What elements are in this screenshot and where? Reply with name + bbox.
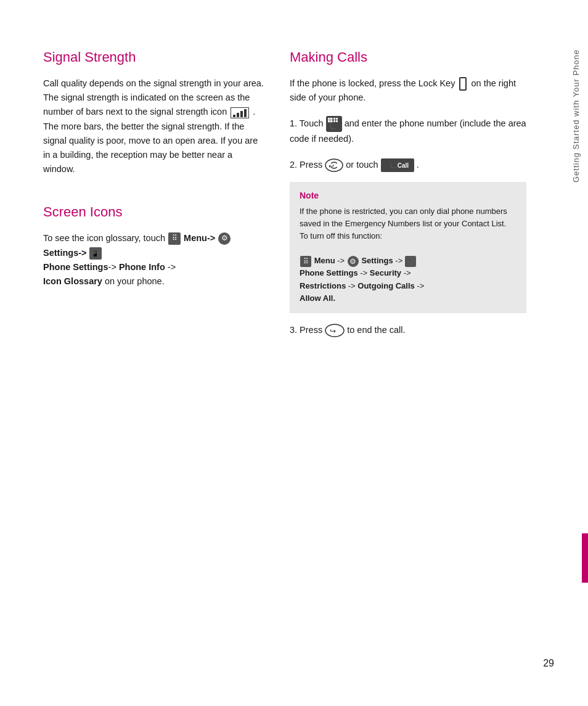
send-icon: ↩ [325,158,343,172]
svg-rect-4 [328,118,330,120]
settings-label: Settings-> [43,248,87,258]
svg-text:📱: 📱 [91,250,99,258]
svg-text:↩: ↩ [329,162,334,170]
sidebar-accent [582,533,588,583]
svg-rect-10 [333,120,335,122]
settings-icon [218,232,231,245]
step2: 2. Press ↩ or touch [290,158,526,172]
screen-icons-title: Screen Icons [43,204,265,220]
icon-glossary-label: Icon Glossary [43,276,102,286]
sidebar-label: Getting Started with Your Phone [571,49,581,183]
note-menu-icon [300,256,311,267]
screen-icons-text-end: on your phone. [105,276,165,286]
svg-text:📞 Call: 📞 Call [388,162,409,170]
svg-rect-6 [328,120,330,122]
note-phone-icon [405,256,416,267]
menu-icon [168,232,181,245]
note-box: Note If the phone is restricted, you can… [290,182,526,313]
svg-rect-17 [405,256,416,267]
phone-dial-icon: 📞 [326,116,342,132]
screen-icons-text1: To see the icon glossary, touch [43,233,165,243]
signal-strength-section: Signal Strength Call quality depends on … [43,49,265,176]
svg-text:📞: 📞 [329,123,337,131]
signal-strength-icon [231,107,249,118]
step3: 3. Press ↪ to end the call. [290,323,526,337]
screen-icons-section: Screen Icons To see the icon glossary, t… [43,204,265,289]
phone-settings-icon: 📱 [89,247,102,260]
svg-rect-11 [336,120,338,122]
svg-rect-7 [330,120,332,122]
making-calls-intro: If the phone is locked, press the Lock K… [290,76,526,105]
menu-label: Menu-> [184,233,215,243]
page-container: Signal Strength Call quality depends on … [0,0,588,706]
content-area: Signal Strength Call quality depends on … [0,0,563,706]
signal-strength-text2: . The more bars, the better the signal s… [43,107,258,174]
signal-strength-title: Signal Strength [43,49,265,65]
note-phone-settings: Phone Settings [300,268,358,277]
left-column: Signal Strength Call quality depends on … [43,49,265,669]
note-arrow2: -> [395,256,402,265]
note-restrictions: Restrictions [300,281,346,290]
note-arrow1: -> [337,256,345,265]
svg-rect-9 [336,118,338,120]
svg-text:↪: ↪ [330,327,336,335]
making-calls-section: Making Calls If the phone is locked, pre… [290,49,526,337]
note-settings-label: Settings [361,256,393,265]
call-button-icon: 📞 Call [381,158,414,172]
note-outgoing-calls: Outgoing Calls [357,281,414,290]
step1: 1. Touch � [290,116,526,146]
phone-info-label: Phone Info [119,262,165,272]
note-menu-label: Menu [314,256,335,265]
page-number: 29 [543,658,554,669]
svg-rect-8 [333,118,335,120]
signal-strength-body: Call quality depends on the signal stren… [43,76,265,176]
screen-icons-body: To see the icon glossary, touch Menu-> S… [43,231,265,289]
note-body: If the phone is restricted, you can only… [300,205,517,305]
note-security: Security [370,268,401,277]
lock-key-icon [459,77,467,91]
note-title: Note [300,191,517,200]
phone-settings-label: Phone Settings [43,262,108,272]
svg-rect-5 [330,118,332,120]
two-column-layout: Signal Strength Call quality depends on … [43,49,526,669]
right-column: Making Calls If the phone is locked, pre… [290,49,526,669]
note-settings-icon [348,256,359,267]
sidebar: Getting Started with Your Phone [563,0,588,706]
making-calls-title: Making Calls [290,49,526,65]
end-call-icon: ↪ [325,324,345,337]
note-allow-all: Allow All. [300,293,335,303]
